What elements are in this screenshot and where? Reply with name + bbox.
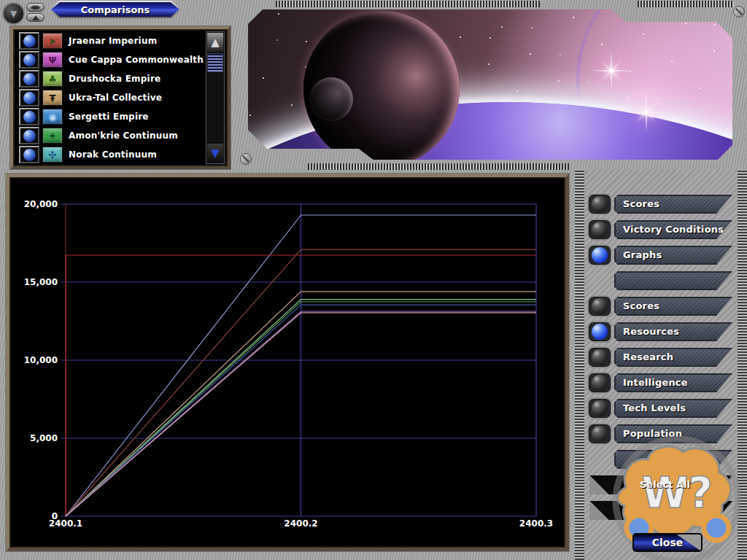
screw-icon (733, 6, 745, 18)
scroll-up-icon: ▲ (211, 36, 220, 49)
empire-name: Jraenar Imperium (69, 36, 157, 46)
tab-label: Population (614, 424, 732, 443)
empire-toggle-button[interactable] (19, 51, 39, 69)
victory-conditions-led-button[interactable] (587, 219, 612, 241)
tab-victory-conditions[interactable]: Victory Conditions (614, 220, 732, 239)
title-banner: Comparisons (50, 1, 181, 18)
star (306, 41, 307, 42)
scroll-up-button[interactable]: ▲ (207, 33, 223, 52)
tab-scores[interactable]: Scores (614, 195, 732, 214)
control-panel: ScoresVictory ConditionsGraphsScoresReso… (575, 170, 747, 560)
empire-flag-icon: ✦ (42, 128, 63, 144)
scores-led-button[interactable] (587, 193, 612, 215)
led-off-icon (592, 349, 608, 365)
empire-toggle-button[interactable] (19, 108, 39, 125)
star (291, 104, 293, 106)
tab-label: Victory Conditions (614, 220, 732, 239)
star (249, 114, 251, 116)
empire-row-sergetti-empire: ◉Sergetti Empire (19, 107, 204, 126)
select-none-label: Select None (640, 501, 727, 520)
scrollbar-thumb[interactable] (207, 53, 223, 72)
tab-tech-levels[interactable]: Tech Levels (614, 399, 732, 418)
blue-sphere-icon (23, 111, 36, 123)
star (489, 37, 491, 39)
svg-text:15,000: 15,000 (24, 277, 58, 287)
led-on-icon (592, 247, 608, 263)
ship-icon (32, 15, 39, 20)
empire-name: Sergetti Empire (69, 112, 149, 122)
empire-flag-icon: Ψ (42, 52, 63, 68)
empire-flag-icon: ◉ (42, 109, 63, 125)
star (558, 80, 560, 82)
empire-flag-icon: Ŧ (42, 90, 63, 106)
flag-emblem-icon: ➤ (49, 36, 57, 47)
graphs-led-button[interactable] (587, 244, 612, 266)
population-led-button[interactable] (587, 423, 612, 445)
tab-label: Resources (614, 322, 732, 341)
star (263, 77, 264, 79)
flag-emblem-icon: Ŧ (50, 93, 56, 104)
empire-list-scrollbar: ▲ ▼ (206, 31, 225, 164)
blue-sphere-icon (23, 130, 36, 142)
research-led-button[interactable] (587, 346, 612, 368)
intelligence-led-button[interactable] (587, 372, 612, 394)
tab-population[interactable]: Population (614, 424, 732, 443)
blank-plate (614, 271, 732, 290)
screw-icon (240, 153, 252, 165)
tab-scores[interactable]: Scores (614, 297, 732, 316)
ship-toggle-button[interactable] (26, 13, 44, 22)
svg-text:20,000: 20,000 (24, 199, 58, 209)
flag-emblem-icon: ✦ (49, 131, 57, 141)
star (560, 54, 561, 55)
vent-ribs (738, 170, 747, 560)
eye-toggle-button[interactable] (26, 3, 44, 12)
empire-toggle-button[interactable] (19, 127, 39, 144)
blue-sphere-icon (23, 73, 36, 85)
star (488, 63, 489, 65)
empire-name: Cue Cappa Commonwealth (69, 55, 204, 65)
space-scene (248, 9, 732, 160)
flag-emblem-icon: ✣ (49, 149, 57, 160)
flag-emblem-icon: Ψ (48, 55, 56, 66)
resources-led-button[interactable] (587, 321, 612, 343)
scroll-down-button[interactable]: ▼ (207, 144, 223, 163)
tab-label: Intelligence (614, 373, 732, 392)
star (276, 39, 278, 41)
empire-row-jraenar-imperium: ➤Jraenar Imperium (19, 31, 204, 50)
moon (309, 77, 353, 121)
empire-toggle-button[interactable] (19, 146, 39, 163)
led-off-icon (592, 375, 608, 391)
empire-toggle-button[interactable] (19, 89, 39, 106)
led-off-icon (592, 298, 608, 314)
tab-intelligence[interactable]: Intelligence (614, 373, 732, 392)
eye-icon (31, 5, 40, 9)
vent-ribs (638, 1, 734, 7)
blank-plate (614, 450, 732, 469)
empire-row-norak-continuum: ✣Norak Continuum (19, 145, 204, 164)
svg-text:5,000: 5,000 (30, 433, 58, 443)
svg-text:2400.3: 2400.3 (519, 518, 553, 529)
space-scene-frame (232, 0, 747, 171)
empire-toggle-button[interactable] (19, 32, 39, 50)
empire-name: Ukra-Tal Collective (69, 93, 162, 103)
tab-label: Research (614, 348, 732, 367)
tab-research[interactable]: Research (614, 348, 732, 367)
star (573, 17, 574, 18)
down-arrow-icon: ▼ (10, 9, 17, 19)
empire-row-cue-cappa-commonwealth: ΨCue Cappa Commonwealth (19, 50, 204, 69)
tab-resources[interactable]: Resources (614, 322, 732, 341)
tech-levels-led-button[interactable] (587, 397, 612, 419)
window-corner-button[interactable]: ▼ (2, 2, 25, 25)
star (248, 12, 250, 15)
select-all-label: Select All (640, 475, 727, 494)
empire-toggle-button[interactable] (19, 70, 39, 88)
blue-sphere-icon (23, 35, 36, 47)
star (278, 13, 279, 15)
tab-graphs[interactable]: Graphs (614, 246, 732, 265)
page-title: Comparisons (81, 4, 150, 15)
flag-emblem-icon: ♣ (48, 74, 57, 85)
star (460, 36, 461, 38)
scores-led-button[interactable] (587, 295, 612, 317)
empire-flag-icon: ✣ (42, 147, 63, 163)
close-button[interactable]: Close (632, 533, 703, 552)
